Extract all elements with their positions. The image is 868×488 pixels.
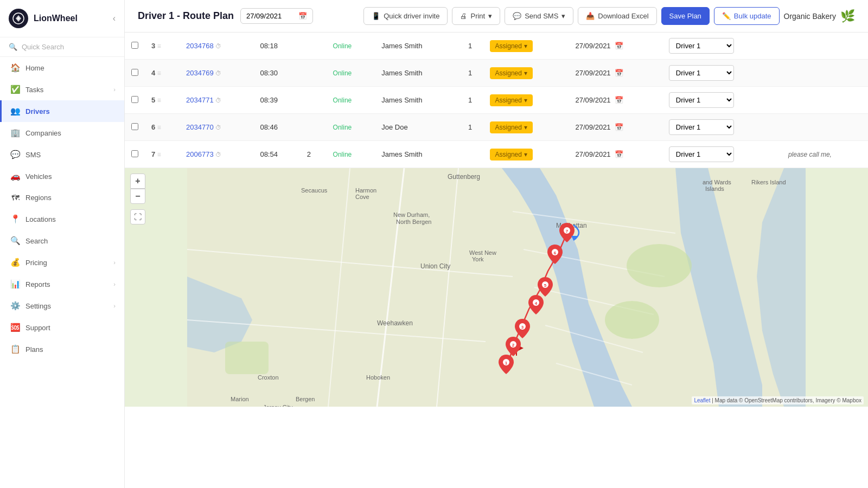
table-body: 3 ≡ 2034768 ⏱ 08:18 Online James Smith 1 (125, 33, 868, 168)
sidebar-item-regions[interactable]: 🗺 Regions (0, 187, 124, 208)
status-value: Online (333, 42, 352, 50)
org-logo-icon: 🌿 (840, 9, 855, 23)
sidebar-item-support[interactable]: 🆘 Support (0, 317, 124, 338)
date-picker[interactable]: 📅 (240, 8, 313, 24)
drag-handle-icon[interactable]: ≡ (157, 97, 161, 104)
svg-point-18 (605, 301, 659, 339)
leaflet-link[interactable]: Leaflet (694, 397, 710, 403)
drag-handle-icon[interactable]: ≡ (157, 69, 161, 77)
table-row: 3 ≡ 2034768 ⏱ 08:18 Online James Smith 1 (125, 33, 868, 60)
status-value: Online (333, 151, 352, 158)
time-cell: 08:54 (253, 141, 300, 168)
calendar-cell-icon[interactable]: 📅 (615, 69, 623, 77)
sidebar-item-companies[interactable]: 🏢 Companies (0, 122, 124, 144)
sidebar-item-vehicles[interactable]: 🚗 Vehicles (0, 165, 124, 187)
time-cell: 08:18 (253, 33, 300, 60)
table-row: 5 ≡ 2034771 ⏱ 08:39 Online James Smith 1 (125, 87, 868, 114)
svg-text:Bergen: Bergen (296, 396, 315, 402)
svg-text:5: 5 (544, 283, 547, 288)
content-area: 3 ≡ 2034768 ⏱ 08:18 Online James Smith 1 (125, 33, 868, 488)
nav-label-regions: Regions (25, 194, 52, 202)
print-button[interactable]: 🖨 Print ▾ (452, 7, 500, 25)
row-checkbox[interactable] (131, 96, 138, 103)
row-checkbox[interactable] (131, 69, 138, 76)
driver-select[interactable]: Driver 1 (669, 92, 734, 108)
calendar-cell-icon[interactable]: 📅 (615, 150, 623, 158)
row-checkbox[interactable] (131, 150, 138, 157)
date-cell: 27/09/2021 📅 (569, 33, 662, 60)
packages-value: 1 (468, 123, 472, 131)
svg-text:Jersey City: Jersey City (263, 404, 293, 407)
order-link[interactable]: 2034768 (186, 42, 214, 50)
date-input[interactable] (246, 12, 295, 20)
time-cell: 08:46 (253, 114, 300, 141)
qty-cell (301, 114, 327, 141)
order-link[interactable]: 2034769 (186, 69, 214, 77)
sidebar-search[interactable]: 🔍 Quick Search (0, 37, 124, 57)
sidebar-item-settings[interactable]: ⚙️ Settings › (0, 295, 124, 317)
driver-select[interactable]: Driver 1 (669, 65, 734, 81)
driver-select[interactable]: Driver 1 (669, 146, 734, 162)
calendar-cell-icon[interactable]: 📅 (615, 123, 623, 131)
sidebar-item-drivers[interactable]: 👥 Drivers (0, 100, 124, 122)
save-plan-button[interactable]: Save Plan (661, 7, 710, 25)
assigned-badge[interactable]: Assigned ▾ (490, 94, 533, 106)
customer-name: James Smith (381, 42, 422, 50)
svg-text:Union City: Union City (420, 262, 450, 270)
drag-handle-icon[interactable]: ≡ (157, 151, 161, 158)
order-link[interactable]: 2006773 (186, 150, 214, 158)
pricing-icon: 💰 (10, 258, 20, 267)
row-checkbox[interactable] (131, 42, 138, 49)
time-cell: 08:39 (253, 87, 300, 114)
status-value: Online (333, 97, 352, 104)
zoom-out-button[interactable]: − (130, 189, 145, 204)
sidebar-item-tasks[interactable]: ✅ Tasks › (0, 79, 124, 100)
sidebar-collapse-button[interactable]: ‹ (113, 14, 116, 23)
calendar-icon[interactable]: 📅 (298, 12, 307, 20)
calendar-cell-icon[interactable]: 📅 (615, 96, 623, 104)
order-id-cell: 2034770 ⏱ (180, 114, 253, 141)
assigned-badge[interactable]: Assigned ▾ (490, 67, 533, 79)
calendar-cell-icon[interactable]: 📅 (615, 42, 623, 50)
bulk-update-button[interactable]: ✏️ Bulk update (714, 7, 780, 25)
driver-select[interactable]: Driver 1 (669, 38, 734, 54)
assigned-badge[interactable]: Assigned ▾ (490, 121, 533, 133)
settings-arrow-icon: › (113, 303, 116, 309)
row-number: 7 (151, 150, 155, 158)
drag-handle-icon[interactable]: ≡ (157, 124, 161, 131)
sidebar-item-home[interactable]: 🏠 Home (0, 57, 124, 79)
row-number-cell: 3 ≡ (145, 33, 180, 60)
vehicles-icon: 🚗 (10, 171, 20, 181)
sidebar-item-plans[interactable]: 📋 Plans (0, 338, 124, 360)
drag-handle-icon[interactable]: ≡ (157, 42, 161, 50)
sidebar-item-sms[interactable]: 💬 SMS (0, 144, 124, 165)
nav-label-tasks: Tasks (25, 86, 43, 94)
download-excel-button[interactable]: 📥 Download Excel (578, 7, 656, 25)
mobile-icon: 📱 (372, 12, 380, 20)
svg-text:North Bergen: North Bergen (396, 219, 431, 225)
order-link[interactable]: 2034770 (186, 123, 214, 131)
sidebar-item-reports[interactable]: 📊 Reports › (0, 273, 124, 295)
quick-driver-invite-button[interactable]: 📱 Quick driver invite (363, 7, 448, 25)
packages-cell: 1 (457, 60, 483, 87)
driver-select[interactable]: Driver 1 (669, 119, 734, 135)
sidebar-item-search[interactable]: 🔍 Search (0, 230, 124, 252)
map-area: Guttenberg Manhattan New Durham, North B… (125, 168, 868, 407)
search-nav-icon: 🔍 (10, 236, 20, 246)
order-link[interactable]: 2034771 (186, 96, 214, 104)
assigned-badge[interactable]: Assigned ▾ (490, 149, 533, 160)
zoom-in-button[interactable]: + (130, 174, 145, 189)
note-cell (782, 87, 868, 114)
send-sms-button[interactable]: 💬 Send SMS ▾ (505, 7, 573, 25)
customer-name-cell: James Smith (375, 141, 457, 168)
svg-text:Islands: Islands (705, 185, 724, 192)
sidebar-item-locations[interactable]: 📍 Locations (0, 208, 124, 230)
row-number: 3 (151, 42, 155, 50)
customer-name: James Smith (381, 69, 422, 77)
settings-icon: ⚙️ (10, 301, 20, 311)
driver-select-cell: Driver 1 (662, 33, 782, 60)
assigned-badge[interactable]: Assigned ▾ (490, 40, 533, 52)
fullscreen-button[interactable]: ⛶ (130, 209, 145, 224)
sidebar-item-pricing[interactable]: 💰 Pricing › (0, 252, 124, 273)
row-checkbox[interactable] (131, 123, 138, 130)
